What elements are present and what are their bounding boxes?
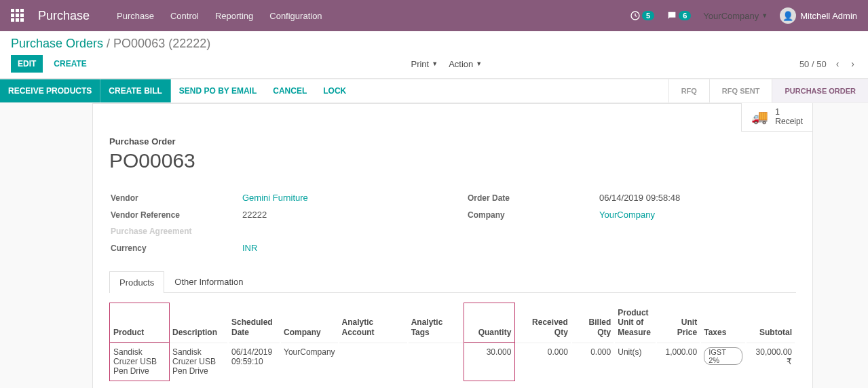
- breadcrumb-parent[interactable]: Purchase Orders: [11, 37, 103, 50]
- create-button[interactable]: CREATE: [47, 55, 93, 73]
- company-label: Company: [468, 207, 598, 222]
- messages-badge: 6: [679, 11, 691, 20]
- truck-icon: 🚚: [751, 109, 768, 125]
- vendor-ref-value: 22222: [242, 207, 438, 222]
- pager-value: 50 / 50: [799, 59, 827, 69]
- th-description: Description: [170, 304, 227, 341]
- print-dropdown[interactable]: Print▼: [411, 59, 438, 69]
- main-menu: Purchase Control Reporting Configuration: [117, 11, 322, 21]
- th-taxes: Taxes: [701, 304, 744, 341]
- activity-icon[interactable]: 5: [630, 10, 654, 21]
- cell-unit-price: 1,000.00: [657, 343, 700, 380]
- menu-reporting[interactable]: Reporting: [215, 11, 253, 21]
- currency-link[interactable]: INR: [242, 243, 257, 253]
- cell-company: YourCompany: [281, 343, 338, 380]
- cancel-button[interactable]: CANCEL: [265, 79, 315, 102]
- company-switcher[interactable]: YourCompany▼: [703, 11, 768, 21]
- th-quantity: Quantity: [465, 304, 514, 341]
- th-uom: Product Unit of Measure: [615, 304, 656, 341]
- messages-icon[interactable]: 6: [666, 10, 691, 21]
- vendor-link[interactable]: Gemini Furniture: [242, 193, 308, 203]
- status-po[interactable]: PURCHASE ORDER: [772, 79, 868, 102]
- order-date-label: Order Date: [468, 190, 598, 206]
- receive-products-button[interactable]: RECEIVE PRODUCTS: [0, 79, 100, 102]
- th-scheduled: Scheduled Date: [229, 304, 280, 341]
- th-company: Company: [281, 304, 338, 341]
- breadcrumb: Purchase Orders / PO00063 (22222): [11, 37, 210, 51]
- th-billed: Billed Qty: [572, 304, 614, 341]
- lock-button[interactable]: LOCK: [315, 79, 354, 102]
- pager-next[interactable]: ›: [848, 57, 857, 71]
- status-bar: RFQ RFQ SENT PURCHASE ORDER: [668, 79, 868, 102]
- tab-products[interactable]: Products: [109, 271, 164, 293]
- cell-description: Sandisk Cruzer USB Pen Drive: [170, 343, 227, 380]
- record-name: PO00063: [109, 149, 796, 172]
- company-link[interactable]: YourCompany: [599, 210, 655, 220]
- th-product: Product: [111, 304, 168, 341]
- cell-uom: Unit(s): [615, 343, 656, 380]
- user-menu[interactable]: 👤 Mitchell Admin: [780, 7, 857, 24]
- avatar-icon: 👤: [780, 7, 796, 24]
- apps-icon[interactable]: [11, 9, 24, 22]
- cell-taxes: IGST 2%: [701, 343, 744, 380]
- vendor-label: Vendor: [111, 190, 241, 206]
- order-lines-table: Product Description Scheduled Date Compa…: [109, 303, 796, 381]
- record-type-label: Purchase Order: [109, 136, 796, 147]
- receipt-label: Receipt: [775, 117, 803, 126]
- order-date-value: 06/14/2019 09:58:48: [599, 190, 795, 206]
- receipt-button[interactable]: 🚚 1 Receipt: [741, 103, 813, 132]
- th-received: Received Qty: [515, 304, 570, 341]
- cell-billed: 0.000: [572, 343, 614, 380]
- status-rfq[interactable]: RFQ: [668, 79, 709, 102]
- tab-other-info[interactable]: Other Information: [164, 271, 253, 292]
- cell-analytic-tags: [409, 343, 464, 380]
- th-analytic-acc: Analytic Account: [339, 304, 407, 341]
- breadcrumb-current: PO00063 (22222): [113, 37, 210, 50]
- cell-received: 0.000: [515, 343, 570, 380]
- th-subtotal: Subtotal: [747, 304, 795, 341]
- cell-subtotal: 30,000.00 ₹: [747, 343, 795, 380]
- cell-analytic-acc: [339, 343, 407, 380]
- th-analytic-tags: Analytic Tags: [409, 304, 464, 341]
- cell-scheduled: 06/14/2019 09:59:10: [229, 343, 280, 380]
- top-navbar: Purchase Purchase Control Reporting Conf…: [0, 0, 868, 31]
- pager-prev[interactable]: ‹: [833, 57, 842, 71]
- vendor-ref-label: Vendor Reference: [111, 207, 241, 222]
- send-po-button[interactable]: SEND PO BY EMAIL: [171, 79, 265, 102]
- action-dropdown[interactable]: Action▼: [449, 59, 482, 69]
- menu-control[interactable]: Control: [170, 11, 199, 21]
- receipt-count: 1: [775, 107, 803, 117]
- status-rfq-sent[interactable]: RFQ SENT: [709, 79, 772, 102]
- menu-configuration[interactable]: Configuration: [269, 11, 322, 21]
- form-sheet: 🚚 1 Receipt Purchase Order PO00063 Vendo…: [92, 103, 813, 388]
- th-unit-price: Unit Price: [657, 304, 700, 341]
- create-bill-button[interactable]: CREATE BILL: [100, 79, 170, 102]
- table-row[interactable]: Sandisk Cruzer USB Pen Drive Sandisk Cru…: [111, 343, 795, 380]
- menu-purchase[interactable]: Purchase: [117, 11, 154, 21]
- currency-label: Currency: [111, 240, 241, 256]
- agreement-label: Purchase Agreement: [111, 224, 241, 239]
- app-brand: Purchase: [38, 9, 90, 23]
- cell-product: Sandisk Cruzer USB Pen Drive: [111, 343, 168, 380]
- edit-button[interactable]: EDIT: [11, 55, 43, 73]
- cell-quantity: 30.000: [465, 343, 514, 380]
- activity-badge: 5: [642, 11, 654, 20]
